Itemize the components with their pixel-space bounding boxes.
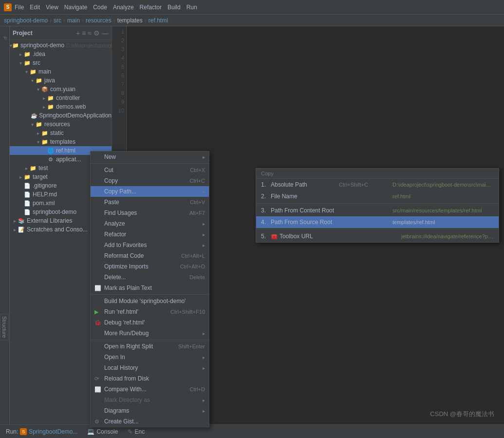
- menu-run[interactable]: Run: [187, 4, 197, 11]
- tree-item-comyuan[interactable]: ▾ 📦 com.yuan: [10, 85, 112, 94]
- expand-arrow: ▸: [41, 104, 47, 110]
- tree-item-main[interactable]: ▾ 📁 main: [10, 67, 112, 76]
- tree-item-idea[interactable]: ▸ 📁 .idea: [10, 50, 112, 58]
- menu-build[interactable]: Build: [168, 4, 181, 11]
- context-menu: New ▸ Cut Ctrl+X Copy Ctrl+C Copy Path..…: [90, 151, 209, 427]
- breadcrumb-part-5[interactable]: ref.html: [149, 17, 168, 24]
- line-6: 6: [112, 71, 126, 80]
- folder-icon: 📁: [29, 68, 37, 76]
- cm-refactor[interactable]: Refactor ▸: [91, 229, 209, 240]
- cm-addtofavorites[interactable]: Add to Favorites ▸: [91, 240, 209, 250]
- folder-icon: 📁: [23, 50, 31, 58]
- md-icon: 📄: [23, 190, 31, 198]
- csm-filename[interactable]: 2. File Name ref.html: [256, 190, 499, 202]
- cm-openinrightsplit[interactable]: Open in Right Split Shift+Enter: [91, 341, 209, 352]
- minimize-icon[interactable]: —: [102, 29, 109, 37]
- list-icon[interactable]: ≡: [82, 29, 86, 37]
- cm-localhistory[interactable]: Local History ▸: [91, 362, 209, 373]
- csm-absolutepath[interactable]: 1. Absolute Path Ctrl+Shift+C D:\ideapro…: [256, 179, 499, 190]
- cm-analyze[interactable]: Analyze ▸: [91, 218, 209, 229]
- cm-markasplaintext[interactable]: ⬜ Mark as Plain Text: [91, 283, 209, 293]
- tree-label: springboot-demo: [20, 42, 64, 49]
- menu-refactor[interactable]: Refactor: [140, 4, 162, 11]
- tree-item-root[interactable]: ▾ 📁 springboot-demo D:\ideaproject\sprin…: [10, 41, 112, 50]
- csm-toolboxurl[interactable]: 5. 🧰 Toolbox URL jetbrains://idea/naviga…: [256, 230, 499, 242]
- settings-icon[interactable]: ⚙: [93, 29, 100, 37]
- copy-submenu: Copy 1. Absolute Path Ctrl+Shift+C D:\id…: [256, 168, 499, 243]
- cm-paste[interactable]: Paste Ctrl+V: [91, 197, 209, 208]
- copy-submenu-title: Copy: [256, 169, 499, 179]
- cm-morerundebug[interactable]: More Run/Debug ▸: [91, 328, 209, 339]
- csm-pathfromcontent[interactable]: 3. Path From Content Root src/main/resou…: [256, 205, 499, 216]
- cm-debugrefhtml[interactable]: 🐞 Debug 'ref.html': [91, 317, 209, 328]
- menu-view[interactable]: View: [46, 4, 58, 11]
- tree-item-java[interactable]: ▾ 📁 java: [10, 76, 112, 85]
- app-icon: S: [4, 3, 12, 11]
- tree-label: test: [38, 165, 48, 171]
- cm-reformatcode[interactable]: Reformat Code Ctrl+Alt+L: [91, 250, 209, 261]
- csm-toolboxurl-value: jetbrains://idea/navigate/reference?proj…: [401, 233, 494, 239]
- csm-num-2: 2.: [261, 193, 269, 200]
- cm-diagrams[interactable]: Diagrams ▸: [91, 405, 209, 416]
- tree-item-resources[interactable]: ▾ 📁 resources: [10, 120, 112, 129]
- console-icon: 💻: [87, 428, 94, 435]
- console-tab[interactable]: 💻 Console: [84, 427, 121, 436]
- cm-buildmodule[interactable]: Build Module 'springboot-demo': [91, 296, 209, 306]
- expand-arrow: ▸: [41, 95, 47, 101]
- title-bar: S File Edit View Navigate Code Analyze R…: [0, 0, 504, 15]
- cm-markdirectoryas[interactable]: Mark Directory as ▸: [91, 395, 209, 405]
- iml-icon: 📄: [23, 208, 31, 216]
- html-file-icon: 🌐: [47, 147, 55, 154]
- tree-item-static[interactable]: ▸ 📁 static: [10, 129, 112, 137]
- cm-copypath[interactable]: Copy Path... ▸: [91, 186, 209, 197]
- tree-label: templates: [50, 138, 75, 145]
- tree-item-templates[interactable]: ▾ 📁 templates: [10, 137, 112, 146]
- breadcrumb-part-1[interactable]: src: [54, 17, 61, 24]
- csm-pathfromsource[interactable]: 4. Path From Source Root templates/ref.h…: [256, 216, 499, 228]
- cm-new[interactable]: New ▸: [91, 152, 209, 162]
- run-tab[interactable]: Run: S SpringbootDemo...: [3, 427, 80, 436]
- cm-comparewith[interactable]: ⬜ Compare With... Ctrl+D: [91, 384, 209, 395]
- tree-item-controller[interactable]: ▸ 📁 controller: [10, 94, 112, 102]
- cm-reloadfromdisk[interactable]: ⟳ Reload from Disk: [91, 373, 209, 384]
- breadcrumb-part-0[interactable]: springboot-demo: [4, 17, 48, 24]
- cm-cut[interactable]: Cut Ctrl+X: [91, 165, 209, 175]
- menu-navigate[interactable]: Navigate: [64, 4, 87, 11]
- menu-code[interactable]: Code: [93, 4, 107, 11]
- cm-findusages[interactable]: Find Usages Alt+F7: [91, 208, 209, 218]
- line-4: 4: [112, 54, 126, 62]
- line-10: 10: [112, 106, 126, 115]
- csm-absolutepath-value: D:\ideaproject\springboot-demo\src\main\…: [392, 182, 494, 188]
- breadcrumb-part-2[interactable]: main: [67, 17, 80, 24]
- tree-item-demosweb[interactable]: ▸ 📁 demos.web: [10, 102, 112, 111]
- cm-copy[interactable]: Copy Ctrl+C: [91, 175, 209, 186]
- breadcrumb-part-3[interactable]: resources: [86, 17, 112, 24]
- cm-reload-icon: ⟳: [94, 376, 102, 382]
- cm-compare-label: Compare With...: [104, 386, 185, 393]
- cm-delete[interactable]: Delete... Delete: [91, 272, 209, 283]
- sidebar-project-icon[interactable]: P: [1, 28, 9, 48]
- menu-edit[interactable]: Edit: [30, 4, 40, 11]
- cm-optimizeimports[interactable]: Optimize Imports Ctrl+Alt+O: [91, 261, 209, 272]
- expand-arrow: ▸: [35, 131, 41, 136]
- menu-file[interactable]: File: [15, 4, 24, 11]
- csm-pathfromsource-value: templates/ref.html: [392, 219, 494, 225]
- tree-item-springbootapp[interactable]: ▸ ☕ SpringbootDemoApplication: [10, 111, 112, 120]
- tree-item-src[interactable]: ▾ 📁 src: [10, 58, 112, 67]
- add-icon[interactable]: +: [76, 29, 80, 37]
- cm-runrefhtml[interactable]: ▶ Run 'ref.html' Ctrl+Shift+F10: [91, 306, 209, 317]
- breadcrumb-part-4[interactable]: templates: [117, 17, 143, 24]
- encoder-tab[interactable]: ✎ Enc: [125, 427, 148, 436]
- csm-pathfromcontent-value: src/main/resources/templates/ref.html: [392, 208, 494, 213]
- menu-analyze[interactable]: Analyze: [113, 4, 134, 11]
- cm-run-shortcut: Ctrl+Shift+F10: [170, 309, 205, 315]
- structure-sidebar-label[interactable]: Structure: [0, 314, 9, 341]
- cm-copy-shortcut: Ctrl+C: [190, 178, 205, 184]
- expand-arrow: ▾: [18, 60, 23, 66]
- expand-icon[interactable]: ≈: [88, 29, 92, 37]
- cm-creategist[interactable]: ⚙ Create Gist...: [91, 416, 209, 427]
- tree-label: HELP.md: [33, 191, 57, 198]
- package-icon: 📦: [41, 85, 49, 93]
- project-icon: 📁: [12, 41, 19, 49]
- cm-openin[interactable]: Open In ▸: [91, 352, 209, 362]
